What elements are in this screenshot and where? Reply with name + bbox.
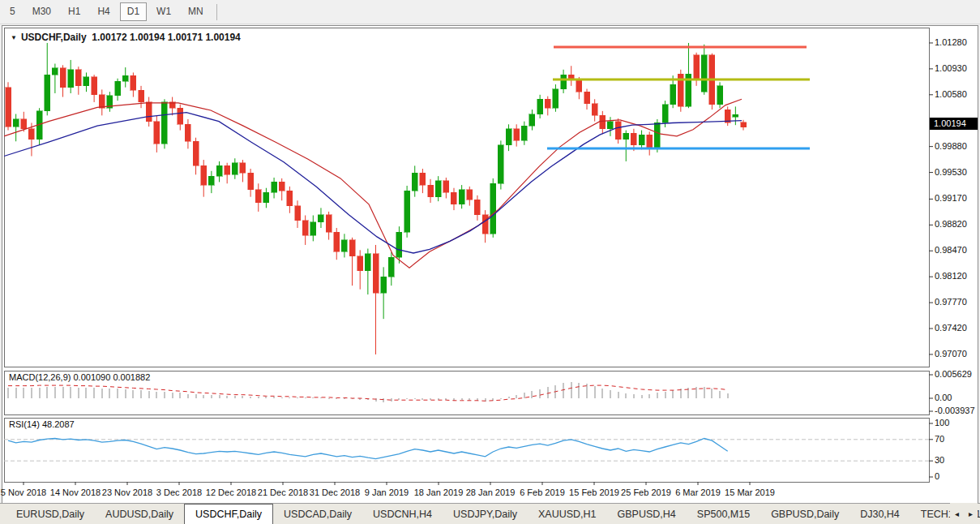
timeframe-button-d1[interactable]: D1 <box>120 2 147 21</box>
chart-tab-xauusd[interactable]: XAUUSD,H1 <box>528 504 607 524</box>
timeframe-toolbar: 5M30H1H4D1W1MN <box>0 0 980 24</box>
timeframe-button-h1[interactable]: H1 <box>61 2 88 21</box>
chart-tab-dj30[interactable]: DJ30,H4 <box>849 504 910 524</box>
toolbar-separator <box>216 4 217 20</box>
chart-tab-gbpusd[interactable]: GBPUSD,H4 <box>607 504 687 524</box>
tab-scroll-left-icon[interactable]: ◂ <box>955 509 959 518</box>
timeframe-button-mn[interactable]: MN <box>181 2 211 21</box>
tab-scroll-arrows: ◂ ▸ <box>950 503 978 524</box>
symbol-tabbar: EURUSD,DailyAUDUSD,DailyUSDCHF,DailyUSDC… <box>0 503 980 524</box>
chart-tab-usdcad[interactable]: USDCAD,Daily <box>273 504 362 524</box>
timeframe-button-m30[interactable]: M30 <box>25 2 58 21</box>
trading-terminal: 5M30H1H4D1W1MN ▼USDCHF,Daily 1.00172 1.0… <box>0 0 980 524</box>
chart-tab-usdjpy[interactable]: USDJPY,Daily <box>443 504 528 524</box>
timeframe-button-w1[interactable]: W1 <box>149 2 178 21</box>
chart-window <box>2 25 978 504</box>
timeframe-button-h4[interactable]: H4 <box>90 2 117 21</box>
chart-tab-usdchf[interactable]: USDCHF,Daily <box>184 504 273 524</box>
chart-tab-sp500[interactable]: SP500,M15 <box>687 504 760 524</box>
tab-scroll-right-icon[interactable]: ▸ <box>969 509 973 518</box>
chart-tab-usdcnh[interactable]: USDCNH,H4 <box>362 504 443 524</box>
chart-tab-gbpusd[interactable]: GBPUSD,Daily <box>760 504 849 524</box>
chart-tab-audusd[interactable]: AUDUSD,Daily <box>95 504 184 524</box>
timeframe-button-5[interactable]: 5 <box>2 2 23 21</box>
chart-tab-eurusd[interactable]: EURUSD,Daily <box>6 504 95 524</box>
